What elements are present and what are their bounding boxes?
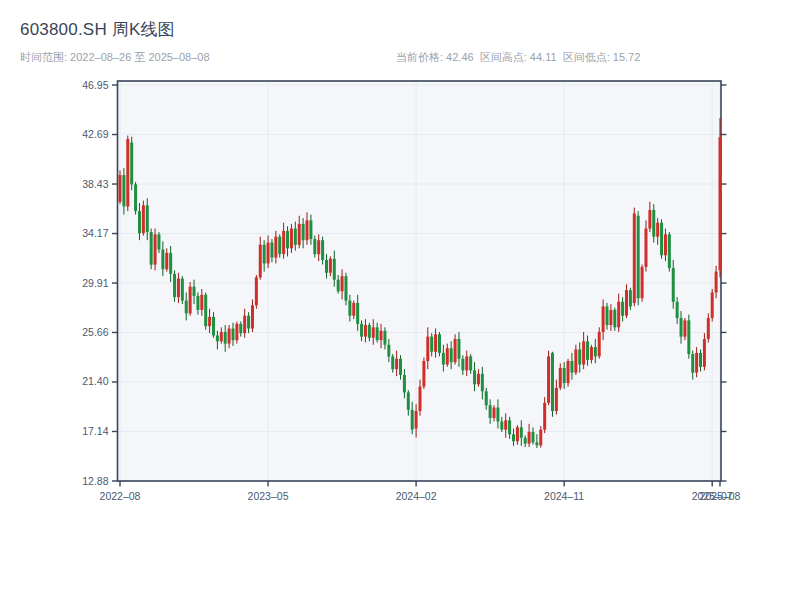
candle-body — [282, 231, 285, 254]
candle-body — [454, 339, 457, 362]
candle-body — [122, 175, 125, 206]
candle-body — [348, 301, 351, 316]
candle-body — [644, 229, 647, 267]
candle-body — [586, 341, 589, 360]
candle-body — [196, 296, 199, 310]
candle-body — [434, 334, 437, 351]
candle-body — [531, 432, 534, 442]
candle-week-132 — [633, 208, 636, 307]
candle-body — [263, 245, 266, 264]
candle-body — [450, 348, 453, 362]
candle-body — [200, 295, 203, 310]
candle-body — [337, 280, 340, 292]
candle-body — [637, 216, 640, 299]
y-tick-label: 21.40 — [82, 375, 108, 387]
candle-week-134 — [641, 265, 644, 302]
candle-body — [411, 410, 414, 430]
candle-body — [563, 368, 566, 383]
candle-body — [372, 327, 375, 337]
candle-body — [426, 337, 429, 361]
candle-body — [278, 237, 281, 254]
candle-body — [119, 175, 122, 202]
candle-body — [442, 353, 445, 365]
candle-body — [341, 276, 344, 291]
candle-body — [286, 231, 289, 248]
candle-body — [185, 301, 188, 314]
candle-body — [228, 329, 231, 344]
candle-body — [415, 411, 418, 428]
candle-body — [551, 353, 554, 411]
candle-body — [520, 427, 523, 437]
candle-body — [364, 325, 367, 337]
candle-body — [648, 210, 651, 229]
candle-body — [360, 324, 363, 337]
candle-body — [212, 317, 215, 336]
candle-week-3 — [130, 137, 133, 190]
candle-body — [391, 356, 394, 369]
candle-week-18 — [189, 282, 192, 316]
candle-body — [504, 420, 507, 429]
candle-week-111 — [551, 352, 554, 417]
candle-body — [306, 220, 309, 240]
candle-week-4 — [134, 182, 137, 215]
x-axis-labels: 2022–082023–052024–022024–112025–072025–… — [100, 490, 741, 502]
candle-body — [660, 223, 663, 256]
candle-body — [559, 368, 562, 388]
candle-body — [193, 287, 196, 296]
candle-body — [243, 316, 246, 333]
candle-body — [629, 290, 632, 306]
candle-body — [317, 240, 320, 254]
candle-week-82 — [438, 332, 441, 356]
candle-body — [333, 259, 336, 280]
candle-body — [652, 210, 655, 237]
candle-week-6 — [142, 201, 145, 236]
candle-body — [267, 242, 270, 263]
candle-body — [294, 229, 297, 245]
candle-body — [165, 253, 168, 269]
candle-body — [422, 361, 425, 387]
candle-body — [146, 205, 149, 232]
candle-body — [134, 184, 137, 211]
candle-body — [368, 325, 371, 338]
candle-body — [356, 303, 359, 324]
candle-body — [489, 405, 492, 418]
y-tick-label: 46.95 — [82, 79, 108, 91]
candle-body — [695, 353, 698, 373]
candle-body — [138, 211, 141, 233]
candle-week-115 — [567, 359, 570, 387]
candle-body — [473, 370, 476, 384]
candle-body — [290, 229, 293, 249]
candle-body — [594, 347, 597, 356]
x-tick-label: 2024–02 — [396, 490, 437, 502]
candle-body — [543, 403, 546, 430]
candle-body — [590, 347, 593, 360]
candle-body — [126, 139, 129, 206]
candle-week-139 — [660, 219, 663, 259]
candle-body — [309, 220, 312, 239]
candle-week-22 — [204, 292, 207, 329]
candle-week-110 — [547, 351, 550, 406]
candle-week-0 — [119, 170, 122, 204]
candle-week-16 — [181, 276, 184, 304]
candle-body — [500, 421, 503, 429]
candle-week-123 — [598, 327, 601, 358]
candle-body — [535, 442, 538, 445]
candle-body — [150, 232, 153, 265]
candle-body — [161, 249, 164, 269]
candle-body — [664, 234, 667, 255]
candle-body — [130, 143, 133, 185]
candle-body — [376, 327, 379, 340]
candle-week-9 — [154, 229, 157, 271]
candle-week-14 — [173, 270, 176, 301]
candle-body — [621, 302, 624, 316]
candle-body — [220, 332, 223, 341]
candle-body — [154, 234, 157, 264]
candle-body — [313, 239, 316, 254]
candle-body — [259, 245, 262, 278]
candle-body — [508, 420, 511, 434]
candle-body — [235, 324, 238, 340]
candle-body — [270, 242, 273, 257]
candle-body — [216, 335, 219, 341]
candle-body — [189, 287, 192, 314]
candle-body — [609, 310, 612, 325]
